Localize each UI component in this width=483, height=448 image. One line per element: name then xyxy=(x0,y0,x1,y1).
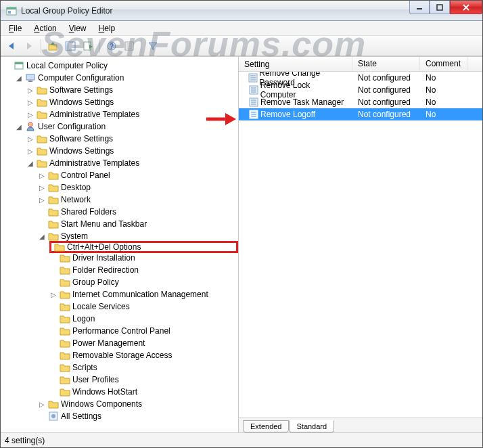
tree-item[interactable]: ▷Shared Folders xyxy=(38,206,238,218)
list-body[interactable]: Remove Change PasswordNot configuredNoRe… xyxy=(239,72,482,418)
tree-item[interactable]: ▷Driver Installation xyxy=(49,252,238,264)
export-list-button[interactable] xyxy=(80,38,96,54)
folder-icon xyxy=(60,386,70,397)
expand-icon[interactable]: ▷ xyxy=(26,147,34,155)
forward-button[interactable] xyxy=(21,38,37,54)
tree-computer-config[interactable]: ◢ Computer Configuration xyxy=(15,72,238,84)
up-button[interactable] xyxy=(45,38,61,54)
expand-icon[interactable]: ▷ xyxy=(26,110,34,118)
tree-item[interactable]: ▷Administrative Templates xyxy=(26,108,238,120)
expand-icon[interactable]: ▷ xyxy=(26,86,34,94)
folder-icon xyxy=(60,265,70,275)
tab-label: Standard xyxy=(296,422,327,430)
svg-point-28 xyxy=(51,414,55,418)
window-title: Local Group Policy Editor xyxy=(21,6,112,16)
tree-label: User Profiles xyxy=(72,375,119,384)
expand-icon[interactable]: ▷ xyxy=(26,98,34,106)
tree-label: Power Management xyxy=(72,338,145,348)
tree-item[interactable]: ▷Internet Communication Management xyxy=(49,288,238,300)
expand-icon[interactable]: ▷ xyxy=(38,183,46,192)
svg-rect-24 xyxy=(26,74,34,80)
help-button[interactable]: ? xyxy=(104,38,120,54)
tree-item[interactable]: ▷Software Settings xyxy=(26,133,238,145)
content-area: ▷ Local Computer Policy ◢ Computer Confi… xyxy=(1,56,482,432)
properties-button[interactable] xyxy=(121,38,137,54)
tree-item[interactable]: ▷Folder Redirection xyxy=(49,264,238,276)
tree-item[interactable]: ▷Locale Services xyxy=(49,300,238,313)
tree-item[interactable]: ▷Scripts xyxy=(49,361,238,374)
folder-icon xyxy=(37,109,47,120)
filter-button[interactable] xyxy=(145,38,161,54)
toolbar: ? xyxy=(1,36,482,56)
tree-item[interactable]: ▷Windows Settings xyxy=(26,145,238,157)
tree-label: Folder Redirection xyxy=(72,265,139,275)
folder-icon xyxy=(37,133,47,144)
tree-admin-templates[interactable]: ◢Administrative Templates xyxy=(26,157,238,169)
toolbar-separator xyxy=(41,39,41,53)
setting-row[interactable]: Remove Lock ComputerNot configuredNo xyxy=(239,84,482,96)
tree-label: Local Computer Policy xyxy=(26,61,108,70)
folder-icon xyxy=(48,182,59,193)
tree-label: Control Panel xyxy=(61,171,110,180)
list-header: Setting State Comment xyxy=(239,57,482,72)
tree-label: Start Menu and Taskbar xyxy=(61,219,147,229)
tree-item[interactable]: ▷Logon xyxy=(49,313,238,325)
tree-item[interactable]: ▷Desktop xyxy=(38,181,238,194)
expand-icon[interactable]: ▷ xyxy=(49,290,58,298)
column-label: Setting xyxy=(244,60,269,69)
expand-icon[interactable]: ▷ xyxy=(38,400,46,408)
column-comment[interactable]: Comment xyxy=(420,57,467,71)
column-setting[interactable]: Setting xyxy=(239,57,352,71)
maximize-button[interactable] xyxy=(430,1,450,14)
tree-item[interactable]: ▷User Profiles xyxy=(49,374,238,386)
tree-item[interactable]: ▷Group Policy xyxy=(49,276,238,288)
tree-item[interactable]: ▷Control Panel xyxy=(38,169,238,181)
app-icon xyxy=(6,5,17,16)
policy-icon xyxy=(14,60,24,71)
tab-extended[interactable]: Extended xyxy=(243,420,289,432)
tree-item[interactable]: ▷Performance Control Panel xyxy=(49,325,238,337)
tree-item[interactable]: ▷Start Menu and Taskbar xyxy=(38,218,238,230)
tree-item[interactable]: ▷Windows Settings xyxy=(26,96,238,108)
collapse-icon[interactable]: ◢ xyxy=(38,232,46,240)
tab-standard[interactable]: Standard xyxy=(289,420,334,432)
minimize-button[interactable] xyxy=(409,1,430,14)
column-state[interactable]: State xyxy=(352,57,420,71)
menu-file[interactable]: File xyxy=(3,22,27,35)
collapse-icon[interactable]: ◢ xyxy=(15,122,23,131)
folder-icon xyxy=(60,374,70,385)
close-button[interactable] xyxy=(450,1,482,14)
tree-label: All Settings xyxy=(61,411,101,421)
back-button[interactable] xyxy=(3,38,20,54)
tree-label: Windows Components xyxy=(61,399,142,409)
expand-icon[interactable]: ▷ xyxy=(26,135,34,143)
menu-view[interactable]: View xyxy=(64,22,92,35)
folder-icon xyxy=(60,289,70,300)
collapse-icon[interactable]: ◢ xyxy=(26,159,34,167)
collapse-icon[interactable]: ◢ xyxy=(15,74,23,82)
tree-item[interactable]: ▷Power Management xyxy=(49,337,238,349)
menu-action[interactable]: Action xyxy=(28,22,62,35)
cell-setting: Remove Task Manager xyxy=(260,97,344,107)
show-hide-tree-button[interactable] xyxy=(62,38,78,54)
setting-row[interactable]: Remove LogoffNot configuredNo xyxy=(239,108,482,120)
tree-item[interactable]: ▷Windows Components xyxy=(38,398,238,410)
tree-item[interactable]: ▷All Settings xyxy=(38,410,238,422)
cell-comment: No xyxy=(420,73,467,83)
expand-icon[interactable]: ▷ xyxy=(38,171,46,179)
expand-icon[interactable]: ▷ xyxy=(38,196,46,204)
tree-label: Locale Services xyxy=(72,302,130,311)
tree-item[interactable]: ▷Removable Storage Access xyxy=(49,349,238,361)
tree-item[interactable]: ▷Software Settings xyxy=(26,84,238,96)
setting-row[interactable]: Remove Task ManagerNot configuredNo xyxy=(239,96,482,108)
tree-root[interactable]: ▷ Local Computer Policy xyxy=(3,60,238,72)
svg-rect-1 xyxy=(7,7,16,9)
tree-user-config[interactable]: ◢ User Configuration xyxy=(15,120,238,133)
tree-pane[interactable]: ▷ Local Computer Policy ◢ Computer Confi… xyxy=(1,57,239,432)
tree-item[interactable]: ▷Network xyxy=(38,194,238,206)
folder-icon xyxy=(60,326,70,336)
menu-help[interactable]: Help xyxy=(93,22,121,35)
tree-label: Windows Settings xyxy=(49,146,114,156)
svg-marker-10 xyxy=(51,42,55,45)
tree-item[interactable]: ▷Windows HotStart xyxy=(49,386,238,398)
